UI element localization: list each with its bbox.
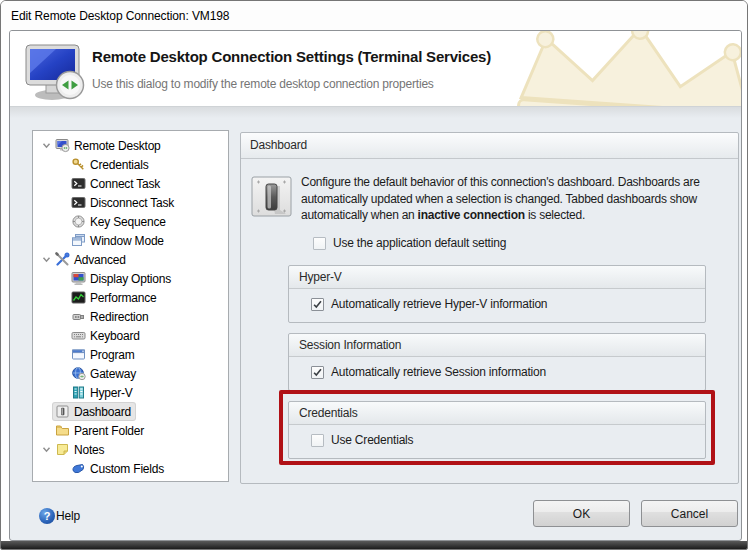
help-icon: ? [39,508,55,524]
tree-item-performance[interactable]: Performance [33,288,228,307]
tree-item-label: Custom Fields [90,462,164,476]
session-checkbox-row[interactable]: Automatically retrieve Session informati… [311,365,546,379]
dialog-body: Remote Desktop Connection Settings (Term… [9,30,742,541]
tree-item-hyper-v[interactable]: Hyper-V [33,383,228,402]
tree-item-content[interactable]: Custom Fields [69,460,168,477]
dashboard-description: Configure the default behavior of this c… [301,174,713,224]
tree-item-window-mode[interactable]: Window Mode [33,231,228,250]
section-credentials-title: Credentials [289,402,705,425]
hyper-v-checkbox[interactable] [311,298,324,311]
tree-item-label: Notes [74,443,104,457]
tree-item-content[interactable]: Keyboard [69,327,144,344]
tree-item-parent-folder[interactable]: Parent Folder [33,421,228,440]
use-credentials-checkbox[interactable] [311,434,324,447]
tree-item-label: Parent Folder [74,424,144,438]
tag-icon [71,461,86,476]
expander-chevron-icon[interactable] [39,139,53,153]
tree-item-advanced[interactable]: Advanced [33,250,228,269]
tree-item-dashboard[interactable]: Dashboard [33,402,228,421]
tree-item-label: Hyper-V [90,386,133,400]
section-session-information: Session Information Automatically retrie… [288,333,706,391]
tree-item-content[interactable]: Redirection [69,308,153,325]
tree-item-key-sequence[interactable]: Key Sequence [33,212,228,231]
tree-item-remote-desktop[interactable]: Remote Desktop [33,136,228,155]
folder-icon [55,423,70,438]
tree-item-content[interactable]: Notes [53,441,108,458]
hyper-v-checkbox-row[interactable]: Automatically retrieve Hyper-V informati… [311,297,547,311]
tree-item-content[interactable]: Gateway [69,365,140,382]
tree-item-redirection[interactable]: Redirection [33,307,228,326]
tree-item-label: Gateway [90,367,136,381]
tree-item-content[interactable]: Connect Task [69,175,164,192]
help-link[interactable]: ? Help [39,508,80,524]
tree-item-content[interactable]: Parent Folder [53,422,148,439]
hyperv-icon [71,385,86,400]
tree-item-content[interactable]: Advanced [53,251,130,268]
ok-button[interactable]: OK [533,500,630,527]
navigation-tree: Remote DesktopCredentialsConnect TaskDis… [32,130,229,482]
tree-item-label: Redirection [90,310,149,324]
tree-item-label: Remote Desktop [74,139,161,153]
dialog-window: Edit Remote Desktop Connection: VM198 [0,0,748,550]
tree-item-connect-task[interactable]: Connect Task [33,174,228,193]
tree-item-content[interactable]: Credentials [69,156,153,173]
title-bar[interactable]: Edit Remote Desktop Connection: VM198 [1,1,747,30]
tools-icon [55,252,70,267]
gateway-icon [71,366,86,381]
tree-item-content[interactable]: Window Mode [69,232,168,249]
dashboard-groupbox-title: Dashboard [241,133,738,159]
window-title: Edit Remote Desktop Connection: VM198 [11,9,229,23]
tree-item-credentials[interactable]: Credentials [33,155,228,174]
tree-item-content[interactable]: Display Options [69,270,175,287]
tree-item-content[interactable]: Key Sequence [69,213,170,230]
performance-icon [71,290,86,305]
tree-item-content[interactable]: Disconnect Task [69,194,178,211]
display-icon [71,271,86,286]
switch-small-icon [55,404,70,419]
cancel-button[interactable]: Cancel [641,500,738,527]
tree-item-label: Dashboard [74,405,131,419]
section-hyper-v: Hyper-V Automatically retrieve Hyper-V i… [288,265,706,323]
description-text-end: is selected. [525,208,585,222]
tree-item-label: Disconnect Task [90,196,174,210]
tree-item-content[interactable]: Dashboard [53,403,135,420]
tree-item-label: Credentials [90,158,149,172]
orb-icon [71,214,86,229]
header-separator [10,107,741,118]
expander-placeholder [39,405,53,419]
tree-item-content[interactable]: Program [69,346,139,363]
dashboard-groupbox: Dashboard Configur [240,132,739,484]
expander-chevron-icon[interactable] [39,253,53,267]
tree-item-keyboard[interactable]: Keyboard [33,326,228,345]
tree-item-content[interactable]: Remote Desktop [53,137,165,154]
tree-item-label: Performance [90,291,157,305]
header-subtitle: Use this dialog to modify the remote des… [92,77,434,91]
use-credentials-row[interactable]: Use Credentials [311,433,413,447]
tree-item-label: Window Mode [90,234,164,248]
use-default-setting-row[interactable]: Use the application default setting [313,236,506,250]
windows-icon [71,233,86,248]
session-checkbox-label: Automatically retrieve Session informati… [331,365,546,379]
terminal-icon [71,195,86,210]
usb-icon [71,309,86,324]
use-default-setting-checkbox[interactable] [313,237,326,250]
tree-item-content[interactable]: Performance [69,289,161,306]
tree-item-label: Program [90,348,135,362]
tree-item-custom-fields[interactable]: Custom Fields [33,459,228,478]
tree-item-gateway[interactable]: Gateway [33,364,228,383]
help-label: Help [56,509,80,523]
description-bold-text: inactive connection [418,208,525,222]
tree-item-content[interactable]: Hyper-V [69,384,137,401]
program-icon [71,347,86,362]
tree-item-label: Display Options [90,272,171,286]
terminal-icon [71,176,86,191]
use-default-setting-label: Use the application default setting [333,236,506,250]
session-checkbox[interactable] [311,366,324,379]
tree-item-program[interactable]: Program [33,345,228,364]
tree-item-display-options[interactable]: Display Options [33,269,228,288]
section-session-title: Session Information [289,334,705,357]
tree-item-notes[interactable]: Notes [33,440,228,459]
tree-item-disconnect-task[interactable]: Disconnect Task [33,193,228,212]
note-icon [55,442,70,457]
expander-chevron-icon[interactable] [39,443,53,457]
